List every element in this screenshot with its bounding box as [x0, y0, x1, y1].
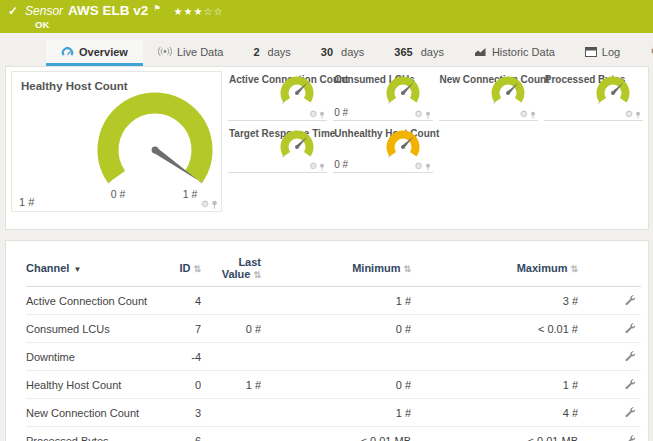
- channel-name[interactable]: Active Connection Count: [26, 287, 166, 315]
- channel-id: 0: [166, 371, 201, 399]
- gauge-panel-consumed-lcus[interactable]: Consumed LCUs 0 # ⚙: [333, 71, 432, 121]
- stars-filled: ★★★: [174, 6, 204, 17]
- log-icon: [585, 47, 597, 57]
- healthy-host-count-gauge: [80, 84, 230, 214]
- tab-number: 365: [394, 46, 412, 58]
- channel-name[interactable]: New Connection Count: [26, 399, 166, 427]
- column-header-last-value[interactable]: Last Value⇅: [201, 249, 261, 287]
- channel-name[interactable]: Downtime: [26, 343, 166, 371]
- sort-icon: ⇅: [570, 264, 578, 274]
- table-row: Downtime -4: [26, 343, 641, 371]
- tab-live-data[interactable]: Live Data: [143, 40, 238, 66]
- tab-365-days[interactable]: 365 days: [379, 40, 459, 66]
- channel-settings-wrench-icon[interactable]: [624, 322, 635, 333]
- pin-icon[interactable]: [319, 111, 325, 119]
- tab-bar: Overview Live Data 2 days 30 days 365 da…: [0, 40, 653, 66]
- tab-label: days: [268, 46, 291, 58]
- channel-settings-wrench-icon[interactable]: [624, 350, 635, 361]
- pin-icon[interactable]: [211, 200, 218, 209]
- gear-icon[interactable]: ⚙: [309, 110, 317, 119]
- gauge-panel-processed-bytes[interactable]: Processed Bytes ⚙: [544, 71, 643, 121]
- tab-label: days: [341, 46, 364, 58]
- object-kind-label: Sensor: [25, 4, 63, 18]
- gear-icon[interactable]: ⚙: [201, 200, 209, 209]
- tab-settings[interactable]: ⚙ Settings: [635, 40, 653, 66]
- column-header-id[interactable]: ID⇅: [166, 249, 201, 287]
- sort-icon: ⇅: [193, 264, 201, 274]
- channel-id: 4: [166, 287, 201, 315]
- channel-maximum: 1 #: [411, 371, 578, 399]
- sensor-name: AWS ELB v2: [68, 3, 148, 18]
- gauge-panel-healthy-host-count[interactable]: Healthy Host Count 0 # 1 # 1 # ⚙: [11, 71, 222, 212]
- gear-icon[interactable]: ⚙: [309, 162, 317, 171]
- gauge-panel-target-response-time[interactable]: Target Response Time ⚙: [228, 125, 327, 173]
- channel-id: 3: [166, 399, 201, 427]
- channel-last-value: [201, 427, 261, 441]
- tab-label: Historic Data: [492, 46, 555, 58]
- table-row: New Connection Count 3 1 # 4 #: [26, 399, 641, 427]
- column-header-minimum[interactable]: Minimum⇅: [261, 249, 411, 287]
- gauge-panel-unhealthy-host-count[interactable]: Unhealthy Host Count 0 # ⚙: [333, 125, 432, 173]
- channel-minimum: 1 #: [261, 399, 411, 427]
- channel-id: 6: [166, 427, 201, 441]
- tab-label: Log: [602, 46, 620, 58]
- gauges-card: Healthy Host Count 0 # 1 # 1 # ⚙ Active …: [5, 66, 649, 230]
- channel-last-value: [201, 399, 261, 427]
- column-header-maximum[interactable]: Maximum⇅: [411, 249, 578, 287]
- tab-overview[interactable]: Overview: [46, 40, 143, 66]
- table-row: Processed Bytes 6 < 0.01 MB < 0.01 MB: [26, 427, 641, 441]
- tab-label: days: [421, 46, 444, 58]
- channel-name[interactable]: Processed Bytes: [26, 427, 166, 441]
- tab-number: 2: [253, 46, 259, 58]
- gear-icon[interactable]: ⚙: [414, 162, 422, 171]
- tab-30-days[interactable]: 30 days: [306, 40, 380, 66]
- channel-minimum: < 0.01 MB: [261, 427, 411, 441]
- priority-stars[interactable]: ★★★☆☆: [174, 6, 224, 17]
- channel-last-value: 1 #: [201, 371, 261, 399]
- channel-table: Channel▼ ID⇅ Last Value⇅ Minimum⇅ Maximu…: [26, 249, 641, 441]
- gauge-icon: [61, 46, 74, 57]
- tab-label: Live Data: [177, 46, 223, 58]
- gear-icon[interactable]: ⚙: [414, 110, 422, 119]
- sort-icon: ⇅: [253, 270, 261, 280]
- table-row: Healthy Host Count 0 1 # 0 # 1 #: [26, 371, 641, 399]
- gear-icon[interactable]: ⚙: [625, 110, 633, 119]
- channel-table-card: Channel▼ ID⇅ Last Value⇅ Minimum⇅ Maximu…: [5, 240, 649, 441]
- ok-check-icon: ✓: [8, 4, 18, 18]
- pin-icon[interactable]: [319, 163, 325, 171]
- channel-minimum: 0 #: [261, 315, 411, 343]
- channel-maximum: 3 #: [411, 287, 578, 315]
- tab-label: Overview: [79, 46, 128, 58]
- channel-settings-wrench-icon[interactable]: [624, 406, 635, 417]
- pin-icon[interactable]: [530, 111, 536, 119]
- chart-icon: [474, 47, 487, 57]
- small-gauge-grid: Active Connection Count ⚙ Consumed LCUs …: [228, 71, 643, 173]
- priority-flag-icon[interactable]: ⚑: [153, 4, 160, 13]
- pin-icon[interactable]: [425, 111, 431, 119]
- channel-minimum: 0 #: [261, 371, 411, 399]
- sensor-status-bar: ✓ Sensor AWS ELB v2 ⚑ ★★★☆☆ OK: [0, 0, 653, 33]
- tab-2-days[interactable]: 2 days: [238, 40, 305, 66]
- channel-maximum: < 0.01 #: [411, 315, 578, 343]
- gauge-panel-new-connection-count[interactable]: New Connection Count ⚙: [439, 71, 538, 121]
- pin-icon[interactable]: [425, 163, 431, 171]
- gauge-current-value: 0 #: [334, 159, 348, 170]
- gauge-scale-max: 1 #: [176, 188, 204, 200]
- channel-maximum: [411, 343, 578, 371]
- channel-maximum: 4 #: [411, 399, 578, 427]
- tab-log[interactable]: Log: [570, 40, 635, 66]
- gauge-panel-active-connection-count[interactable]: Active Connection Count ⚙: [228, 71, 327, 121]
- gauge-scale-min: 0 #: [104, 188, 132, 200]
- pin-icon[interactable]: [635, 111, 641, 119]
- channel-settings-wrench-icon[interactable]: [624, 434, 635, 441]
- gear-icon[interactable]: ⚙: [520, 110, 528, 119]
- channel-name[interactable]: Healthy Host Count: [26, 371, 166, 399]
- column-header-channel[interactable]: Channel▼: [26, 249, 166, 287]
- tab-historic-data[interactable]: Historic Data: [459, 40, 570, 66]
- channel-last-value: 0 #: [201, 315, 261, 343]
- sensor-status-text: OK: [35, 19, 653, 30]
- channel-id: -4: [166, 343, 201, 371]
- channel-settings-wrench-icon[interactable]: [624, 294, 635, 305]
- channel-name[interactable]: Consumed LCUs: [26, 315, 166, 343]
- channel-settings-wrench-icon[interactable]: [624, 378, 635, 389]
